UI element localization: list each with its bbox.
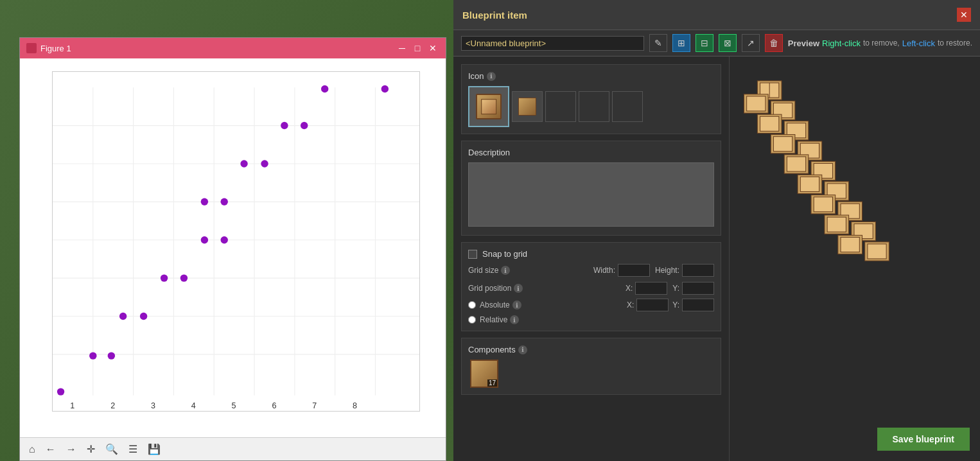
svg-rect-68 xyxy=(800,177,819,191)
relative-info-icon[interactable]: ℹ xyxy=(510,315,519,324)
icon-slot-sm-3[interactable] xyxy=(579,91,609,122)
grid-pos-x-input[interactable] xyxy=(635,282,667,295)
grid-position-info-icon[interactable]: ℹ xyxy=(514,284,523,293)
description-label: Description xyxy=(468,148,510,157)
svg-rect-52 xyxy=(747,96,766,111)
grid-position-text: Grid position xyxy=(468,284,511,293)
figure-content: 8 7 6 5 4 3 2 1 1 2 3 4 5 6 7 8 xyxy=(20,58,446,437)
blueprint-delete-btn[interactable]: 🗑 xyxy=(765,34,783,52)
blueprint-close-btn[interactable]: ✕ xyxy=(957,8,971,22)
figure-minimize-btn[interactable]: ─ xyxy=(396,42,408,55)
svg-point-40 xyxy=(201,198,208,205)
svg-point-36 xyxy=(161,274,168,281)
snap-label: Snap to grid xyxy=(482,249,527,259)
grid-height-input[interactable] xyxy=(682,264,714,277)
abs-x-input[interactable] xyxy=(636,299,669,311)
svg-text:6: 6 xyxy=(272,401,276,410)
icon-slot-sm-4[interactable] xyxy=(612,91,643,122)
chart-area: 8 7 6 5 4 3 2 1 1 2 3 4 5 6 7 8 xyxy=(52,71,420,412)
components-section: Components ℹ 17 xyxy=(461,338,721,395)
blueprint-header: Blueprint item ✕ xyxy=(453,0,980,30)
back-btn[interactable]: ← xyxy=(43,442,58,457)
components-info-icon[interactable]: ℹ xyxy=(518,345,527,354)
svg-text:3: 3 xyxy=(151,401,155,410)
grid-width-input[interactable] xyxy=(618,264,650,277)
zoom-btn[interactable]: 🔍 xyxy=(103,442,121,457)
blueprint-subheader: ✎ ⊞ ⊟ ⊠ ↗ 🗑 Preview Right-click to remov… xyxy=(453,30,980,57)
svg-rect-60 xyxy=(773,137,792,152)
absolute-label: Absolute xyxy=(480,300,510,309)
components-label: Components xyxy=(468,345,516,354)
components-section-title: Components ℹ xyxy=(468,345,714,354)
preview-header: Preview Right-click to remove, Left-clic… xyxy=(788,39,972,48)
relative-radio[interactable] xyxy=(468,316,476,324)
grid-size-info-icon[interactable]: ℹ xyxy=(501,266,510,275)
absolute-radio[interactable] xyxy=(468,301,476,309)
blueprint-name-input[interactable] xyxy=(461,36,644,51)
component-count: 17 xyxy=(487,379,497,387)
icon-info-icon[interactable]: ℹ xyxy=(487,72,496,81)
settings-btn[interactable]: ☰ xyxy=(126,442,140,457)
blueprint-copy-btn[interactable]: ⊟ xyxy=(696,34,713,52)
save-figure-btn[interactable]: 💾 xyxy=(145,442,163,457)
svg-point-31 xyxy=(57,388,64,395)
snap-checkbox[interactable] xyxy=(468,250,477,259)
relative-label-group: Relative ℹ xyxy=(480,315,519,324)
figure-app-icon xyxy=(26,43,37,53)
main-icon-slot[interactable] xyxy=(468,86,509,127)
left-click-text: Left-click xyxy=(902,39,935,48)
icon-slot-sm-1[interactable] xyxy=(512,91,543,122)
figure-restore-btn[interactable]: □ xyxy=(411,42,424,55)
grid-size-width-group: Width: xyxy=(593,264,650,277)
home-btn[interactable]: ⌂ xyxy=(26,442,38,457)
absolute-info-icon[interactable]: ℹ xyxy=(512,300,521,309)
svg-point-35 xyxy=(140,313,147,320)
svg-text:5: 5 xyxy=(232,401,236,410)
grid-position-label: Grid position ℹ xyxy=(468,284,532,293)
figure-title: Figure 1 xyxy=(40,44,71,53)
grid-size-text: Grid size xyxy=(468,266,498,275)
relative-label: Relative xyxy=(480,315,507,324)
abs-x-label: X: xyxy=(627,300,634,309)
blueprint-edit-btn[interactable]: ✎ xyxy=(649,34,667,52)
description-section: Description xyxy=(461,141,721,236)
pos-x-label: X: xyxy=(626,284,633,293)
svg-rect-56 xyxy=(760,116,779,131)
figure-titlebar: Figure 1 ─ □ ✕ xyxy=(20,38,446,58)
svg-point-37 xyxy=(180,274,188,281)
svg-point-46 xyxy=(321,85,328,92)
grid-pos-y-input[interactable] xyxy=(682,282,714,295)
figure-close-btn[interactable]: ✕ xyxy=(426,42,439,55)
svg-rect-64 xyxy=(787,157,805,171)
relative-row: Relative ℹ xyxy=(468,315,714,324)
svg-point-38 xyxy=(201,236,208,243)
svg-point-45 xyxy=(301,122,308,129)
svg-point-42 xyxy=(240,160,247,167)
svg-point-41 xyxy=(221,198,228,205)
blueprint-preview xyxy=(730,57,980,461)
move-btn[interactable]: ✛ xyxy=(84,442,98,457)
abs-y-label: Y: xyxy=(672,300,679,309)
icon-label: Icon xyxy=(468,71,484,81)
save-blueprint-btn[interactable]: Save blueprint xyxy=(877,428,970,451)
crate-icon-main xyxy=(476,94,502,119)
restore-text: to restore. xyxy=(938,39,972,48)
icon-section: Icon ℹ xyxy=(461,64,721,134)
icon-section-content xyxy=(468,86,714,127)
grid-size-label: Grid size ℹ xyxy=(468,266,532,275)
blueprint-export-btn[interactable]: ↗ xyxy=(742,34,760,52)
description-section-title: Description xyxy=(468,148,714,157)
abs-y-input[interactable] xyxy=(682,299,714,311)
figure-window: Figure 1 ─ □ ✕ xyxy=(19,37,446,461)
svg-point-32 xyxy=(89,352,96,359)
forward-btn[interactable]: → xyxy=(64,442,79,457)
snap-row: Snap to grid xyxy=(468,249,714,259)
icon-section-title: Icon ℹ xyxy=(468,71,714,81)
svg-rect-76 xyxy=(827,217,846,232)
right-click-text: Right-click xyxy=(822,39,861,48)
blueprint-grid-btn[interactable]: ⊠ xyxy=(719,34,737,52)
description-textarea[interactable] xyxy=(468,162,714,227)
blueprint-select-btn[interactable]: ⊞ xyxy=(672,34,690,52)
component-crate-icon: 17 xyxy=(470,360,498,388)
icon-slot-sm-2[interactable] xyxy=(545,91,576,122)
